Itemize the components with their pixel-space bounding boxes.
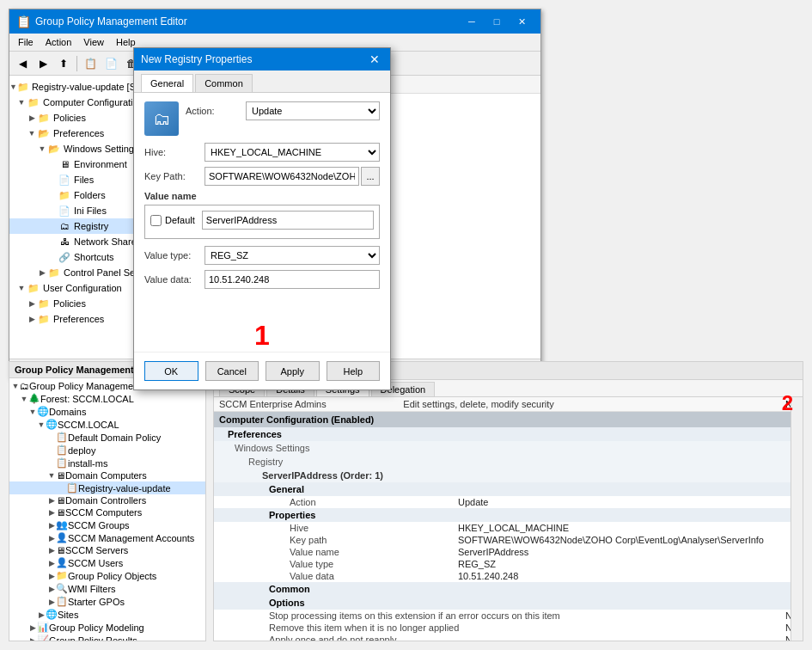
edit-permissions-row: SCCM Enterprise Admins Edit settings, de…	[214, 397, 803, 412]
btree-label: Starter GPOs	[68, 597, 125, 607]
btree-gp-modeling[interactable]: ▶ 📊 Group Policy Modeling	[9, 621, 205, 634]
maximize-button[interactable]: □	[485, 13, 509, 30]
close-button[interactable]: ✕	[510, 13, 534, 30]
btree-default-domain[interactable]: 📋 Default Domain Policy	[9, 431, 205, 444]
menu-file[interactable]: File	[13, 35, 39, 49]
sub-properties: Properties	[214, 508, 803, 522]
scrollbar[interactable]	[791, 397, 803, 641]
data-row-apply-once: Apply once and do not reapply No	[214, 634, 803, 641]
expand-icon: ▼	[37, 420, 46, 429]
value-name-section-label: Value name	[144, 191, 380, 201]
expand-icon: ▶	[47, 508, 56, 517]
btree-sccmlocal[interactable]: ▼ 🌐 SCCM.LOCAL	[9, 418, 205, 431]
tree-item-label: Computer Configuration	[43, 97, 143, 107]
copy-button[interactable]: 📋	[81, 54, 100, 73]
paste-button[interactable]: 📄	[101, 54, 120, 73]
btree-registry-value-update[interactable]: 📋 Registry-value-update	[9, 481, 205, 494]
apply-button[interactable]: Apply	[266, 361, 320, 381]
expand-icon: ▶	[37, 610, 46, 619]
up-button[interactable]: ⬆	[54, 54, 73, 73]
back-button[interactable]: ◀	[13, 54, 32, 73]
btree-sccm-servers[interactable]: ▶ 🖥 SCCM Servers	[9, 544, 205, 556]
ini-icon: 📄	[58, 204, 71, 218]
keypath-input[interactable]	[205, 167, 359, 186]
default-label: Default	[165, 215, 195, 225]
dialog-icon-row: 🗂 Action: Update	[144, 101, 380, 136]
btree-install[interactable]: 📋 install-ms	[9, 457, 205, 469]
expand-icon: ▼	[20, 395, 28, 403]
data-row-valuetype: Value type REG_SZ	[214, 558, 803, 570]
btree-gp-results[interactable]: ▶ 📈 Group Policy Results	[9, 634, 205, 641]
data-value: 10.51.240.248	[458, 571, 518, 581]
default-checkbox[interactable]	[150, 215, 162, 226]
value-data-label: Value data:	[144, 274, 205, 285]
ok-button[interactable]: OK	[144, 361, 198, 381]
expand-icon: ▼	[16, 284, 27, 292]
btree-domain-controllers[interactable]: ▶ 🖥 Domain Controllers	[9, 494, 205, 506]
expand-icon: ▶	[47, 598, 56, 606]
tree-item-label: Preferences	[53, 314, 104, 324]
tree-item-label: Policies	[53, 113, 86, 123]
data-row-valuename: Value name ServerIPAddress	[214, 546, 803, 558]
btree-icon: 🖥	[56, 470, 65, 481]
folder-icon: 📁	[58, 188, 71, 202]
btree-gp-objects[interactable]: ▶ 📁 Group Policy Objects	[9, 569, 205, 582]
btree-sccm-groups[interactable]: ▶ 👥 SCCM Groups	[9, 518, 205, 531]
btree-label: Domains	[49, 407, 86, 417]
dialog-tab-common[interactable]: Common	[195, 74, 253, 92]
data-row-stop: Stop processing items on this extension …	[214, 610, 803, 622]
folder-icon: 📁	[17, 80, 29, 94]
menu-view[interactable]: View	[78, 35, 109, 49]
data-label: Apply once and do not reapply	[269, 635, 785, 641]
btree-deploy[interactable]: 📋 deploy	[9, 444, 205, 457]
expand-icon: ▶	[28, 623, 37, 632]
value-name-input[interactable]	[202, 211, 374, 230]
btree-label: Default Domain Policy	[68, 432, 161, 443]
dialog-title: New Registry Properties	[141, 53, 366, 65]
value-type-row: Value type: REG_SZ	[144, 246, 380, 265]
btree-sccm-computers[interactable]: ▶ 🖥 SCCM Computers	[9, 506, 205, 518]
data-label: Action	[269, 497, 458, 507]
btree-forest[interactable]: ▼ 🌲 Forest: SCCM.LOCAL	[9, 392, 205, 405]
dialog-tab-general[interactable]: General	[141, 74, 193, 92]
detail-content: SCCM Enterprise Admins Edit settings, de…	[214, 397, 803, 641]
expand-icon: ▶	[28, 636, 37, 642]
btree-sccm-mgmt[interactable]: ▶ 👤 SCCM Management Accounts	[9, 531, 205, 544]
help-button[interactable]: Help	[327, 361, 381, 381]
hive-select[interactable]: HKEY_LOCAL_MACHINE	[205, 143, 380, 162]
tree-item-label: Ini Files	[74, 205, 107, 216]
action-row: Action: Update	[186, 101, 380, 120]
action-select[interactable]: Update	[246, 101, 380, 120]
data-label: Remove this item when it is no longer ap…	[269, 622, 785, 633]
sub-windows-settings: Windows Settings	[214, 441, 803, 455]
btree-icon: 🖥	[56, 545, 65, 555]
dialog: New Registry Properties ✕ General Common…	[133, 47, 391, 390]
value-name-section: Default	[144, 205, 380, 239]
cancel-button[interactable]: Cancel	[205, 361, 259, 381]
menu-action[interactable]: Action	[40, 35, 77, 49]
value-type-select[interactable]: REG_SZ	[205, 246, 380, 265]
data-value: HKEY_LOCAL_MACHINE	[458, 523, 569, 533]
tree-item-label: Network Shares	[74, 236, 141, 247]
btree-sccm-users[interactable]: ▶ 👤 SCCM Users	[9, 556, 205, 569]
bottom-section: Group Policy Management ▼ 🗂 Group Policy…	[9, 361, 803, 641]
value-data-input[interactable]	[205, 270, 380, 289]
btree-wmi-filters[interactable]: ▶ 🔍 WMI Filters	[9, 582, 205, 595]
dialog-tabs: General Common	[134, 71, 390, 93]
forward-button[interactable]: ▶	[34, 54, 52, 73]
btree-label: SCCM Management Accounts	[68, 533, 194, 543]
dialog-close-button[interactable]: ✕	[366, 52, 383, 67]
btree-icon: 🖥	[56, 507, 65, 518]
minimize-button[interactable]: ─	[460, 13, 484, 30]
btree-domains[interactable]: ▼ 🌐 Domains	[9, 405, 205, 418]
detail-panel: Registry-value-update Scope Details Sett…	[213, 361, 803, 641]
window-controls: ─ □ ✕	[460, 13, 534, 30]
btree-sites[interactable]: ▶ 🌐 Sites	[9, 608, 205, 621]
btree-domain-computers[interactable]: ▼ 🖥 Domain Computers	[9, 469, 205, 481]
folder-icon: 📁	[27, 281, 40, 295]
keypath-browse-button[interactable]: ...	[361, 167, 380, 186]
btree-starter-gpos[interactable]: ▶ 📋 Starter GPOs	[9, 595, 205, 608]
expand-icon: ▶	[47, 559, 56, 567]
data-row-valuedata: Value data 10.51.240.248	[214, 570, 803, 582]
data-label: Value type	[269, 559, 458, 569]
